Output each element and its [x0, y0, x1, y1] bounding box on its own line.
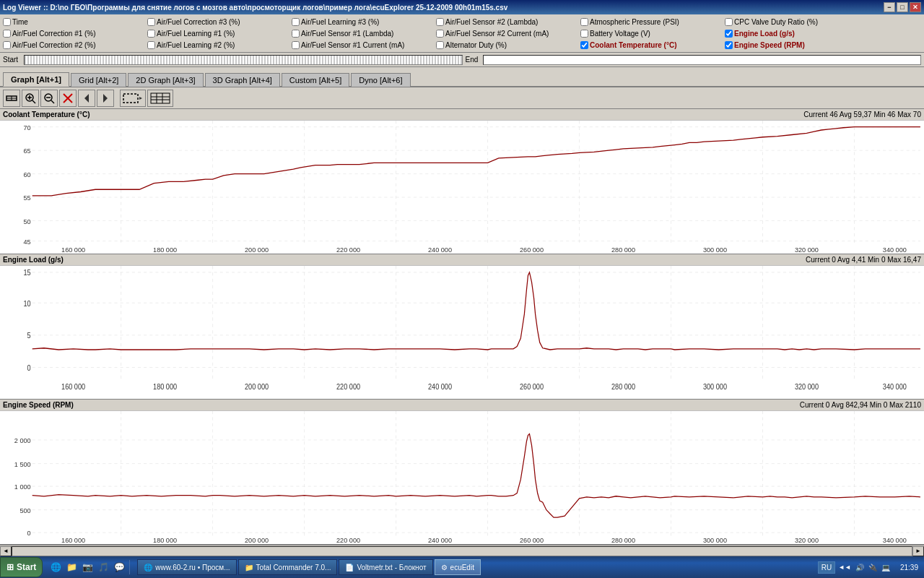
- next-button[interactable]: [97, 90, 114, 107]
- engine-speed-chart-title: Engine Speed (RPM): [3, 401, 74, 409]
- cb-afcorr1-input[interactable]: [3, 30, 11, 38]
- cb-afsensor1-lambda[interactable]: Air/Fuel Sensor #1 (Lambda): [292, 30, 436, 38]
- zoom-fit-button[interactable]: [3, 90, 20, 107]
- taskbar-app-ecuedit[interactable]: ⚙ ecuEdit: [435, 559, 481, 575]
- cb-afcorr1[interactable]: Air/Fuel Correction #1 (%): [3, 30, 147, 38]
- engine-load-chart-body[interactable]: 15 10 5 0: [0, 266, 924, 399]
- cancel-button[interactable]: [59, 90, 77, 107]
- taskbar-app-browser[interactable]: 🌐 www.60-2.ru • Просм...: [137, 559, 236, 575]
- cb-atm-pressure-input[interactable]: [580, 18, 588, 26]
- svg-text:180 000: 180 000: [153, 246, 177, 254]
- scroll-track[interactable]: [24, 55, 463, 65]
- cb-battery-voltage-input[interactable]: [580, 30, 588, 38]
- close-button[interactable]: ✕: [910, 2, 921, 12]
- cb-aflearn1-label: Air/Fuel Learning #1 (%): [157, 30, 235, 38]
- cb-aflearn3[interactable]: Air/Fuel Learning #3 (%): [292, 18, 436, 26]
- cb-afcorr3-input[interactable]: [147, 18, 155, 26]
- cb-time-input[interactable]: [3, 18, 11, 26]
- tab-2dgraph[interactable]: 2D Graph [Alt+3]: [128, 73, 203, 87]
- taskbar-app-browser-label: www.60-2.ru • Просм...: [155, 564, 230, 571]
- scroll-right-arrow[interactable]: ►: [912, 546, 924, 556]
- language-indicator[interactable]: RU: [818, 561, 835, 574]
- clock: 21:39: [900, 564, 918, 571]
- cb-afsensor1-current-input[interactable]: [292, 41, 300, 49]
- titlebar-buttons: − □ ✕: [884, 2, 921, 12]
- scroll-left-arrow[interactable]: ◄: [0, 546, 12, 556]
- cb-afcorr3-label: Air/Fuel Correction #3 (%): [157, 18, 240, 26]
- cb-afsensor2-lambda-input[interactable]: [436, 18, 444, 26]
- coolant-chart-body[interactable]: 70 65 60 55 50 45: [0, 121, 924, 254]
- cb-coolant-temp-input[interactable]: [580, 41, 588, 49]
- taskbar-icon-3[interactable]: 📷: [80, 560, 95, 574]
- svg-text:70: 70: [24, 124, 31, 131]
- taskbar-app-notepad[interactable]: 📄 Voltmetr.txt - Блокнот: [339, 559, 432, 575]
- cb-engine-load-input[interactable]: [725, 30, 733, 38]
- cb-aflearn1[interactable]: Air/Fuel Learning #1 (%): [147, 30, 292, 38]
- end-scroll-track[interactable]: [483, 55, 922, 65]
- svg-text:320 000: 320 000: [795, 537, 819, 544]
- end-label: End: [466, 56, 480, 64]
- taskbar-icon-5[interactable]: 💬: [112, 560, 126, 574]
- toolbar: [0, 87, 924, 109]
- h-scroll-track[interactable]: [12, 546, 912, 556]
- svg-text:240 000: 240 000: [428, 537, 452, 544]
- systray-network-icon[interactable]: 🔊: [854, 561, 866, 573]
- taskbar-app-ecuedit-label: ecuEdit: [450, 564, 474, 571]
- taskbar-separator: [129, 560, 130, 574]
- taskbar-apps: 🌐 www.60-2.ru • Просм... 📁 Total Command…: [134, 559, 811, 575]
- cb-alternator-duty[interactable]: Alternator Duty (%): [436, 41, 580, 49]
- systray-volume-icon[interactable]: 🔌: [867, 561, 879, 573]
- cb-aflearn3-input[interactable]: [292, 18, 300, 26]
- tab-dyno[interactable]: Dyno [Alt+6]: [351, 73, 410, 87]
- cb-coolant-temp[interactable]: Coolant Temperature (°C): [580, 41, 725, 49]
- start-button[interactable]: ⊞ Start: [0, 557, 43, 577]
- cb-time[interactable]: Time: [3, 18, 147, 26]
- cb-atm-pressure[interactable]: Atmospheric Pressure (PSI): [580, 18, 725, 26]
- cb-engine-speed-input[interactable]: [725, 41, 733, 49]
- cb-afsensor2-current-input[interactable]: [436, 30, 444, 38]
- cb-alternator-duty-input[interactable]: [436, 41, 444, 49]
- cb-battery-voltage[interactable]: Battery Voltage (V): [580, 30, 725, 38]
- tab-grid[interactable]: Grid [Alt+2]: [71, 73, 126, 87]
- cb-afsensor2-lambda-label: Air/Fuel Sensor #2 (Lambda): [445, 18, 538, 26]
- tray-arrow[interactable]: ◄◄: [838, 564, 851, 571]
- maximize-button[interactable]: □: [897, 2, 908, 12]
- cb-afsensor2-lambda[interactable]: Air/Fuel Sensor #2 (Lambda): [436, 18, 580, 26]
- taskbar-icon-2[interactable]: 📁: [64, 560, 79, 574]
- tab-custom[interactable]: Custom [Alt+5]: [282, 73, 349, 87]
- cb-afsensor1-lambda-input[interactable]: [292, 30, 300, 38]
- svg-text:220 000: 220 000: [336, 537, 360, 544]
- cb-cpc-valve[interactable]: CPC Valve Duty Ratio (%): [725, 18, 869, 26]
- cb-afsensor1-current[interactable]: Air/Fuel Sensor #1 Current (mA): [292, 41, 436, 49]
- taskbar-icon-4[interactable]: 🎵: [96, 560, 110, 574]
- cb-aflearn2-input[interactable]: [147, 41, 155, 49]
- tab-3dgraph[interactable]: 3D Graph [Alt+4]: [205, 73, 280, 87]
- prev-button[interactable]: [78, 90, 95, 107]
- cb-afcorr2[interactable]: Air/Fuel Correction #2 (%): [3, 41, 147, 49]
- svg-text:0: 0: [27, 530, 31, 537]
- tab-graph[interactable]: Graph [Alt+1]: [3, 72, 69, 87]
- svg-text:340 000: 340 000: [883, 382, 907, 391]
- cb-aflearn1-input[interactable]: [147, 30, 155, 38]
- svg-text:45: 45: [24, 238, 31, 246]
- engine-speed-chart-header: Engine Speed (RPM) Current 0 Avg 842,94 …: [0, 400, 924, 411]
- minimize-button[interactable]: −: [884, 2, 895, 12]
- engine-speed-chart-body[interactable]: 2 000 1 500 1 000 500 0: [0, 411, 924, 544]
- taskbar-icon-1[interactable]: 🌐: [48, 560, 63, 574]
- cb-engine-speed[interactable]: Engine Speed (RPM): [725, 41, 869, 49]
- engine-speed-chart: Engine Speed (RPM) Current 0 Avg 842,94 …: [0, 400, 924, 545]
- cb-engine-load[interactable]: Engine Load (g/s): [725, 30, 869, 38]
- cb-aflearn2[interactable]: Air/Fuel Learning #2 (%): [147, 41, 292, 49]
- systray-power-icon[interactable]: 💻: [880, 561, 892, 573]
- cb-afcorr2-input[interactable]: [3, 41, 11, 49]
- cb-afsensor2-current[interactable]: Air/Fuel Sensor #2 Current (mA): [436, 30, 580, 38]
- zoom-in-button[interactable]: [22, 90, 39, 107]
- zoom-out-button[interactable]: [40, 90, 58, 107]
- cb-afcorr3[interactable]: Air/Fuel Correction #3 (%): [147, 18, 292, 26]
- cb-cpc-valve-input[interactable]: [725, 18, 733, 26]
- svg-text:500: 500: [19, 507, 30, 514]
- grid-button[interactable]: [147, 90, 173, 107]
- svg-text:160 000: 160 000: [61, 382, 85, 391]
- taskbar-app-totalcmd[interactable]: 📁 Total Commander 7.0...: [238, 559, 338, 575]
- select-rect-button[interactable]: [120, 90, 146, 107]
